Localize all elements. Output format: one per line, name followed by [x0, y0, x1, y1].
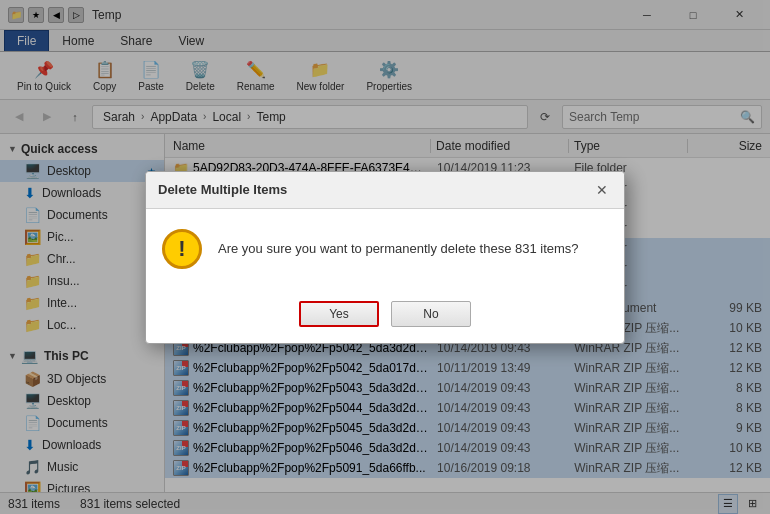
- delete-dialog: Delete Multiple Items ✕ ! Are you sure y…: [145, 171, 625, 344]
- warning-icon: !: [162, 229, 202, 269]
- yes-button[interactable]: Yes: [299, 301, 379, 327]
- dialog-titlebar: Delete Multiple Items ✕: [146, 172, 624, 209]
- dialog-message: Are you sure you want to permanently del…: [218, 239, 579, 259]
- dialog-content: ! Are you sure you want to permanently d…: [146, 209, 624, 289]
- dialog-close-button[interactable]: ✕: [592, 180, 612, 200]
- dialog-buttons: Yes No: [146, 289, 624, 343]
- dialog-title: Delete Multiple Items: [158, 182, 287, 197]
- dialog-overlay: Delete Multiple Items ✕ ! Are you sure y…: [0, 0, 770, 514]
- no-button[interactable]: No: [391, 301, 471, 327]
